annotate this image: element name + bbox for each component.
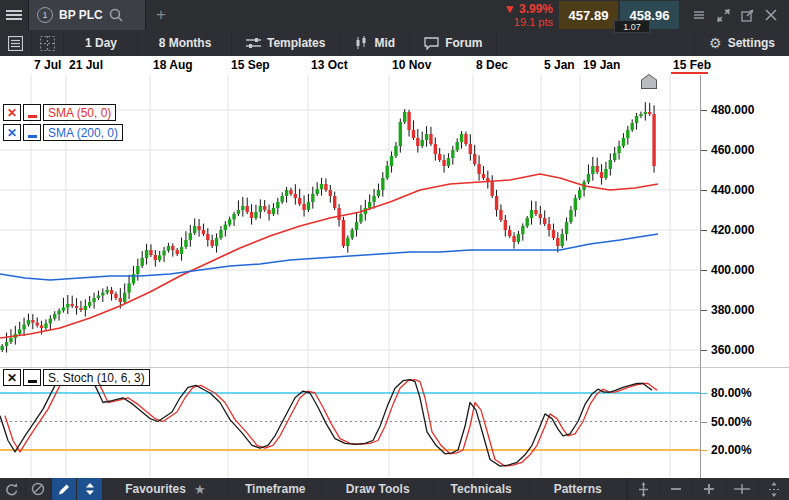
candle-body — [49, 319, 52, 324]
vertical-zoom-button[interactable] — [758, 478, 789, 500]
reset-chart-button[interactable] — [0, 478, 25, 500]
stoch-tick — [701, 450, 707, 451]
pan-mode-button[interactable] — [628, 478, 660, 500]
candle-body — [394, 146, 397, 156]
stochastic-axis[interactable]: 80.00%50.00%20.00% — [700, 367, 789, 478]
search-icon[interactable] — [109, 8, 123, 22]
interval-button[interactable]: 1 Day — [64, 30, 138, 56]
candle-body — [184, 240, 187, 247]
expand-icon[interactable] — [713, 5, 733, 25]
forum-button[interactable]: Forum — [410, 30, 496, 56]
time-axis[interactable]: 7 Jul21 Jul18 Aug15 Sep13 Oct10 Nov8 Dec… — [0, 56, 789, 75]
watchlist-button[interactable] — [0, 30, 31, 56]
draw-mode-button[interactable] — [52, 478, 77, 500]
candle-body — [526, 218, 529, 226]
close-icon[interactable] — [761, 5, 781, 25]
current-date-marker — [671, 72, 708, 74]
date-label: 10 Nov — [392, 58, 431, 72]
tab-number-badge: 1 — [37, 7, 53, 23]
price-tick — [701, 110, 707, 111]
candle-body — [66, 304, 69, 307]
candle-body — [491, 182, 494, 196]
price-tick — [701, 350, 707, 351]
main-menu-button[interactable] — [0, 0, 29, 30]
no-entry-icon — [31, 482, 45, 496]
plus-icon — [703, 483, 715, 495]
stoch-tick — [701, 393, 707, 394]
sma50-style-button[interactable] — [23, 104, 41, 121]
candle-body — [355, 222, 358, 230]
candle-body — [635, 116, 638, 123]
candle-body — [521, 226, 524, 234]
candle-body — [359, 214, 362, 222]
sma50-legend: ✕ SMA (50, 0) — [3, 104, 116, 121]
candle-body — [587, 174, 590, 182]
triangle-down-icon: ▼ — [504, 2, 516, 16]
templates-button[interactable]: Templates — [232, 30, 339, 56]
sell-price-button[interactable]: 457.89 — [559, 1, 618, 29]
candle-body — [149, 250, 152, 255]
candle-body — [79, 308, 82, 310]
candle-body — [31, 320, 34, 323]
add-tab-button[interactable]: + — [146, 0, 176, 30]
candle-body — [639, 114, 642, 116]
zoom-in-button[interactable] — [693, 478, 725, 500]
candle-body — [18, 329, 21, 334]
order-arrows-button[interactable] — [77, 478, 102, 500]
drag-handle-icon[interactable] — [689, 5, 709, 25]
layout-grid-button[interactable] — [32, 30, 63, 56]
zoom-out-button[interactable] — [660, 478, 692, 500]
open-in-new-window-icon[interactable] — [737, 5, 757, 25]
candle-body — [600, 172, 603, 178]
technicals-button[interactable]: Technicals — [434, 478, 529, 500]
candle-body — [5, 342, 8, 346]
candle-body — [377, 190, 380, 196]
refresh-icon — [5, 482, 19, 496]
price-change: ▼ 3.99% 19.1 pts — [504, 0, 559, 30]
instrument-tab[interactable]: 1 BP PLC — [29, 0, 146, 30]
candle-body — [434, 144, 437, 154]
date-label: 5 Jan — [544, 58, 575, 72]
candle-body — [57, 311, 60, 314]
candle-body — [254, 212, 257, 218]
sma200-style-button[interactable] — [23, 124, 41, 141]
instrument-name: BP PLC — [59, 8, 103, 22]
timeframe-button[interactable]: Timeframe — [229, 478, 322, 500]
candle-body — [189, 233, 192, 240]
chart-type-button[interactable]: Mid — [340, 30, 409, 56]
horizontal-zoom-button[interactable] — [726, 478, 758, 500]
candle-body — [644, 112, 647, 114]
patterns-button[interactable]: Patterns — [530, 478, 626, 500]
candle-body — [556, 238, 559, 246]
candle-body — [473, 154, 476, 164]
date-label: 21 Jul — [69, 58, 103, 72]
candle-body — [351, 230, 354, 238]
candle-body — [272, 208, 275, 214]
stoch-style-button[interactable] — [23, 369, 41, 386]
star-icon: ★ — [194, 482, 206, 497]
price-tick — [701, 230, 707, 231]
candle-body — [561, 234, 564, 246]
candle-body — [232, 214, 235, 219]
price-label: 460.000 — [711, 143, 754, 157]
price-axis[interactable]: 480.000460.000440.000420.000400.000380.0… — [700, 75, 789, 367]
stoch-remove-button[interactable]: ✕ — [3, 369, 21, 386]
candle-body — [22, 325, 25, 330]
settings-button[interactable]: ⚙ Settings — [695, 30, 789, 56]
candle-body — [333, 196, 336, 208]
sma50-remove-button[interactable]: ✕ — [3, 104, 21, 121]
price-label: 400.000 — [711, 263, 754, 277]
gear-icon: ⚙ — [709, 35, 722, 51]
draw-tools-button[interactable]: Draw Tools — [323, 478, 433, 500]
window-controls — [679, 0, 789, 30]
candle-body — [237, 210, 240, 214]
sma200-remove-button[interactable]: ✕ — [3, 124, 21, 141]
favourites-button[interactable]: Favourites ★ — [103, 478, 228, 500]
candle-body — [416, 138, 419, 146]
candle-body — [106, 290, 109, 293]
range-button[interactable]: 8 Months — [139, 30, 231, 56]
vertical-stretch-icon — [768, 482, 780, 497]
candle-body — [228, 219, 231, 224]
disable-drawing-button[interactable] — [26, 478, 51, 500]
candle-body — [154, 255, 157, 260]
